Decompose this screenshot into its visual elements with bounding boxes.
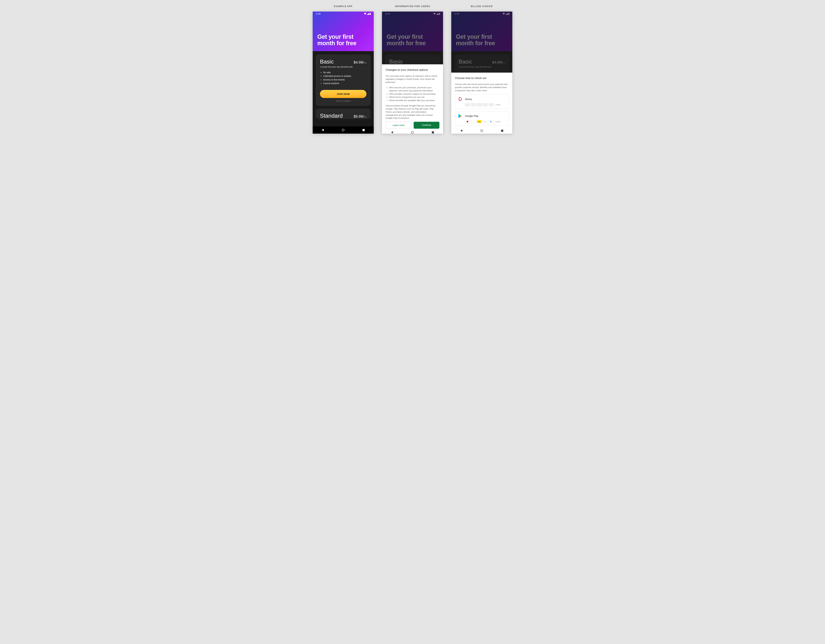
phone-screen-choice: 12:30 Get your first month for free Basi… — [451, 12, 512, 134]
column-label: BILLING CHOICE — [471, 5, 493, 8]
wifi-icon — [502, 13, 505, 15]
signal-icon — [436, 13, 439, 15]
status-icons — [364, 13, 371, 15]
join-now-button[interactable]: JOIN NOW — [320, 90, 366, 98]
billing-option-google-play[interactable]: Google Play pay SK +more — [455, 111, 509, 125]
payment-chip: SK — [483, 120, 488, 123]
plan-card-basic: Basic $4.99/mo 1-month free trial, then … — [454, 54, 509, 72]
sheet-bullets: Who secures your purchase, processes you… — [386, 86, 439, 102]
status-time: 12:30 — [385, 13, 390, 15]
info-sheet: Changes to your checkout options You now… — [382, 64, 443, 134]
android-nav-bar — [313, 127, 374, 134]
sheet-title: Choose how to check out — [455, 77, 509, 80]
nav-home-icon[interactable] — [342, 129, 345, 131]
status-bar: 12:30 — [451, 12, 512, 16]
status-bar: 12:30 — [382, 12, 443, 16]
sheet-bullet: Which benefits are available with your p… — [389, 99, 439, 102]
payment-chip — [471, 103, 476, 106]
svg-rect-2 — [439, 13, 440, 15]
sheet-bullet: Who provides customer support for the pu… — [389, 93, 439, 96]
nav-home-icon[interactable] — [411, 131, 414, 134]
nav-recents-icon[interactable] — [363, 129, 365, 131]
terms-link[interactable]: Terms & conditions — [320, 100, 366, 102]
choice-sheet: Choose how to check out Choose who will … — [451, 73, 512, 134]
plan-name: Basic — [459, 59, 472, 65]
billing-option-name: Devvy — [465, 98, 472, 100]
plan-feature: Access to live events — [323, 78, 366, 81]
google-play-icon — [458, 113, 463, 119]
plan-feature: No ads — [323, 71, 366, 74]
learn-more-button[interactable]: Learn more — [386, 122, 412, 129]
hero: Get your first month for free — [451, 12, 512, 51]
payment-chip — [483, 103, 488, 106]
payment-chip — [465, 120, 470, 123]
svg-rect-1 — [370, 13, 371, 13]
signal-icon — [505, 13, 508, 15]
nav-back-icon[interactable] — [460, 130, 462, 132]
sheet-footnote: Only purchases through Google Play are s… — [386, 104, 439, 120]
svg-rect-4 — [508, 13, 509, 15]
continue-button[interactable]: Continue — [414, 122, 439, 129]
status-time: 12:30 — [454, 13, 459, 15]
plan-feature: Cancel anytime — [323, 82, 366, 85]
status-bar: 12:30 — [313, 12, 374, 16]
payment-chip — [489, 103, 494, 106]
payment-chip: pay — [477, 120, 482, 123]
android-nav-bar — [382, 131, 443, 134]
nav-recents-icon[interactable] — [501, 130, 503, 132]
phone-screen-example: 12:30 Get your first month for free Basi… — [313, 12, 374, 134]
sheet-bullet: Which forms of payment you can use — [389, 96, 439, 99]
phone-screen-info: 12:30 Get your first month for free Basi… — [382, 12, 443, 134]
sheet-bullet: Who secures your purchase, processes you… — [389, 86, 439, 93]
hero-title: Get your first month for free — [386, 34, 439, 46]
nav-recents-icon[interactable] — [432, 131, 434, 133]
payment-chip — [477, 103, 482, 106]
android-nav-bar — [451, 128, 512, 134]
svg-rect-3 — [439, 13, 440, 13]
payment-more: +more — [495, 104, 501, 106]
plan-price: $4.99/mo — [354, 60, 366, 65]
plan-name: Standard — [320, 113, 343, 119]
plan-name: Basic — [320, 59, 334, 65]
payment-more: +more — [495, 120, 501, 122]
svg-rect-5 — [508, 13, 509, 13]
payment-chip — [465, 103, 470, 106]
plan-card-basic: Basic $4.99/mo 1-month free trial, then … — [316, 54, 371, 106]
plan-subtitle: 1-month free trial, then $4.99/month — [459, 66, 505, 68]
battery-icon — [439, 13, 440, 15]
payment-chip — [489, 120, 494, 123]
nav-back-icon[interactable] — [322, 129, 324, 131]
status-icons — [502, 13, 509, 15]
signal-icon — [367, 13, 369, 15]
battery-icon — [369, 13, 371, 15]
sheet-intro: You now have more options at checkout, d… — [386, 74, 439, 84]
hero: Get your first month for free — [382, 12, 443, 51]
hero-title: Get your first month for free — [317, 34, 369, 46]
plan-card-standard: Standard $9.99/mo — [316, 108, 371, 119]
billing-option-name: Google Play — [465, 114, 479, 117]
sheet-title: Changes to your checkout options — [386, 68, 439, 72]
hero: Get your first month for free — [313, 12, 374, 51]
battery-icon — [508, 13, 509, 15]
plan-price: $9.99/mo — [354, 114, 366, 119]
plan-subtitle: 1-month free trial, then $4.99/month — [320, 66, 366, 68]
plan-feature: Unlimited access to articles — [323, 75, 366, 77]
devvy-icon — [458, 97, 463, 102]
billing-option-devvy[interactable]: Devvy +more — [455, 94, 509, 109]
payment-methods-row: +more — [458, 103, 506, 106]
wifi-icon — [433, 13, 436, 15]
column-label: EXAMPLE APP — [334, 5, 352, 8]
status-icons — [433, 13, 440, 15]
plan-price: $4.99/mo — [492, 60, 505, 65]
sheet-intro: Choose who will secure and process your … — [455, 83, 509, 92]
nav-home-icon[interactable] — [480, 130, 483, 132]
plans-list: Basic $4.99/mo 1-month free trial, then … — [313, 51, 374, 127]
payment-chip — [471, 120, 476, 123]
plan-name: Basic — [389, 59, 403, 65]
wifi-icon — [364, 13, 366, 15]
nav-back-icon[interactable] — [391, 131, 393, 133]
payment-methods-row: pay SK +more — [458, 120, 506, 123]
hero-title: Get your first month for free — [456, 34, 508, 46]
svg-rect-0 — [369, 13, 371, 15]
column-label: INFORMATION FOR USERS — [395, 5, 430, 8]
